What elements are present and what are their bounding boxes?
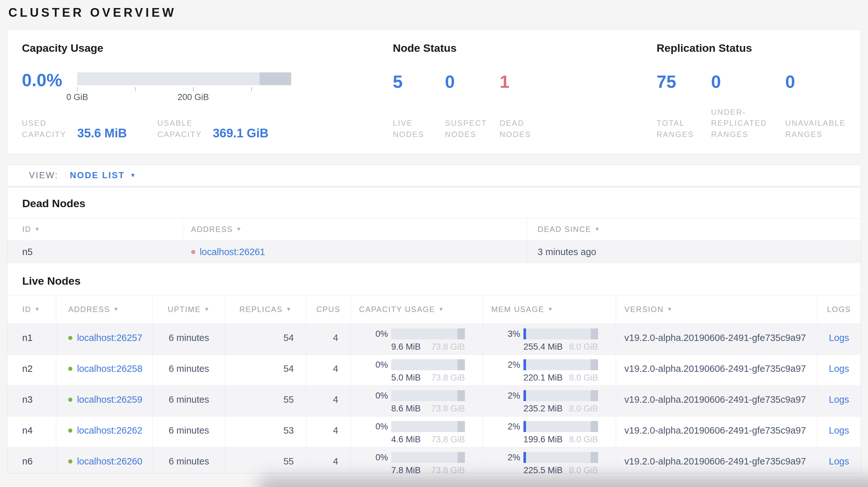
column-header-capacity[interactable]: CAPACITY USAGE▼ (350, 295, 483, 324)
node-address-link[interactable]: localhost:26257 (77, 333, 142, 343)
column-header-label: UPTIME (167, 305, 201, 314)
capacity-usage-track (391, 421, 465, 432)
column-header-label: ID (22, 305, 31, 314)
node-uptime: 6 minutes (168, 355, 209, 374)
column-header-id[interactable]: ID▼ (7, 295, 56, 324)
cell-cpus: 4 (306, 417, 350, 447)
sort-arrow-icon: ▼ (438, 306, 445, 313)
view-label: VIEW: (29, 170, 58, 181)
column-header-address[interactable]: ADDRESS▼ (56, 295, 153, 324)
cell-version: v19.2.0-alpha.20190606-2491-gfe735c9a97 (616, 448, 817, 474)
cell-address: localhost:26261 (182, 240, 527, 263)
node-uptime: 6 minutes (168, 324, 209, 343)
column-header-id[interactable]: ID▼ (7, 219, 182, 240)
cell-id: n4 (7, 417, 56, 447)
cell-logs: Logs (817, 324, 861, 355)
node-uptime: 6 minutes (168, 417, 209, 436)
capacity-usage-track (391, 390, 465, 401)
capacity-usage-bar: 0%9.6 MiB73.8 GiB (359, 324, 483, 352)
node-logs-link[interactable]: Logs (829, 324, 849, 343)
mem-used-value: 220.1 MiB (523, 373, 563, 383)
node-version: v19.2.0-alpha.20190606-2491-gfe735c9a97 (624, 448, 806, 467)
capacity-total-value: 73.8 GiB (431, 373, 465, 383)
mem-usage-track (523, 421, 598, 432)
sort-arrow-icon: ▼ (594, 226, 601, 233)
capacity-usage-section: Capacity Usage 0.0% 0 GiB200 GiB USED CA… (22, 42, 393, 140)
mem-usage-dark-segment (591, 452, 598, 463)
node-address-link[interactable]: localhost:26261 (200, 247, 265, 257)
dead_nodes-row-n5: n5localhost:262613 minutes ago (7, 240, 861, 263)
capacity-used-value: 4.6 MiB (391, 434, 421, 445)
usable-capacity-label: USABLE CAPACITY (157, 118, 213, 140)
column-header-cpus: CPUS (306, 295, 350, 324)
usable-capacity-stat: USABLE CAPACITY 369.1 GiB (157, 118, 268, 140)
mem-usage-track (523, 390, 598, 401)
nodes-card: Dead Nodes ID▼ADDRESS▼DEAD SINCE▼n5local… (7, 187, 861, 474)
node-status-title: Node Status (393, 42, 657, 54)
node-logs-link[interactable]: Logs (829, 355, 849, 374)
node-logs-link[interactable]: Logs (829, 448, 849, 467)
capacity-usage-percent: 0% (367, 391, 388, 401)
capacity-usage-labels: 8.6 MiB73.8 GiB (391, 404, 465, 414)
column-header-version[interactable]: VERSION▼ (616, 295, 817, 324)
column-header-dead_since[interactable]: DEAD SINCE▼ (527, 219, 861, 240)
node-logs-link[interactable]: Logs (829, 386, 849, 405)
column-header-uptime[interactable]: UPTIME▼ (153, 295, 225, 324)
node-id: n4 (22, 417, 32, 436)
cell-address: localhost:26259 (56, 386, 153, 416)
replication-status-stats: 75TOTAL RANGES0UNDER-REPLICATED RANGES0U… (657, 73, 846, 140)
capacity-axis-tick (251, 87, 252, 91)
summary-stat-total: 75TOTAL RANGES (657, 73, 705, 140)
node-address-link[interactable]: localhost:26259 (77, 394, 142, 405)
capacity-total-value: 73.8 GiB (431, 342, 465, 352)
summary-card: Capacity Usage 0.0% 0 GiB200 GiB USED CA… (7, 29, 861, 154)
mem-usage-fill (523, 452, 526, 463)
capacity-bar: 0 GiB200 GiB (77, 72, 291, 100)
node-uptime: 6 minutes (168, 386, 209, 405)
cell-uptime: 6 minutes (153, 417, 225, 447)
capacity-usage-track (391, 452, 465, 463)
usable-capacity-value: 369.1 GiB (213, 127, 268, 140)
capacity-bar-axis: 0 GiB200 GiB (77, 85, 291, 100)
node-address-link[interactable]: localhost:26258 (77, 363, 142, 374)
node-cpus: 4 (333, 355, 338, 374)
capacity-usage-bar: 0%4.6 MiB73.8 GiB (359, 417, 483, 445)
cell-id: n3 (7, 386, 56, 416)
summary-stat-label: SUSPECT NODES (445, 118, 493, 140)
capacity-used-value: 8.6 MiB (391, 404, 421, 414)
node-cpus: 4 (333, 324, 338, 343)
cell-logs: Logs (817, 417, 861, 447)
cell-capacity: 0%9.6 MiB73.8 GiB (350, 324, 483, 355)
column-header-mem[interactable]: MEM USAGE▼ (483, 295, 616, 324)
capacity-usage-bar-row: 0% (367, 390, 465, 401)
mem-usage-fill (523, 328, 526, 339)
node-status-section: Node Status 5LIVE NODES0SUSPECT NODES1DE… (393, 42, 657, 140)
mem-usage-labels: 220.1 MiB8.0 GiB (523, 373, 598, 383)
sort-arrow-icon: ▼ (286, 306, 292, 313)
capacity-usage-percent: 0% (367, 453, 388, 462)
node-address-link[interactable]: localhost:26260 (77, 456, 142, 467)
live-nodes-table: ID▼ADDRESS▼UPTIME▼REPLICAS▼CPUSCAPACITY … (7, 295, 861, 474)
cell-id: n5 (7, 240, 182, 263)
node-cpus: 4 (333, 417, 338, 436)
mem-usage-labels: 199.6 MiB8.0 GiB (523, 434, 598, 445)
column-header-replicas[interactable]: REPLICAS▼ (225, 295, 306, 324)
mem-total-value: 8.0 GiB (569, 434, 598, 445)
column-header-label: LOGS (827, 305, 851, 314)
node-logs-link[interactable]: Logs (829, 417, 849, 436)
node-id: n1 (22, 324, 32, 343)
mem-usage-fill (523, 390, 526, 401)
node-list-dropdown[interactable]: NODE LIST ▼ (70, 170, 136, 181)
used-capacity-stat: USED CAPACITY 35.6 MiB (22, 118, 127, 140)
capacity-usage-track (391, 359, 465, 370)
column-header-address[interactable]: ADDRESS▼ (182, 219, 527, 240)
capacity-axis-tick-label: 200 GiB (178, 92, 209, 102)
node-address-link[interactable]: localhost:26262 (77, 425, 142, 436)
sort-arrow-icon: ▼ (34, 306, 40, 313)
sort-arrow-icon: ▼ (548, 306, 554, 313)
mem-usage-track (523, 452, 598, 463)
node-version: v19.2.0-alpha.20190606-2491-gfe735c9a97 (624, 324, 806, 343)
node-cpus: 4 (333, 386, 338, 405)
sort-arrow-icon: ▼ (667, 306, 673, 313)
column-header-label: MEM USAGE (491, 305, 544, 314)
